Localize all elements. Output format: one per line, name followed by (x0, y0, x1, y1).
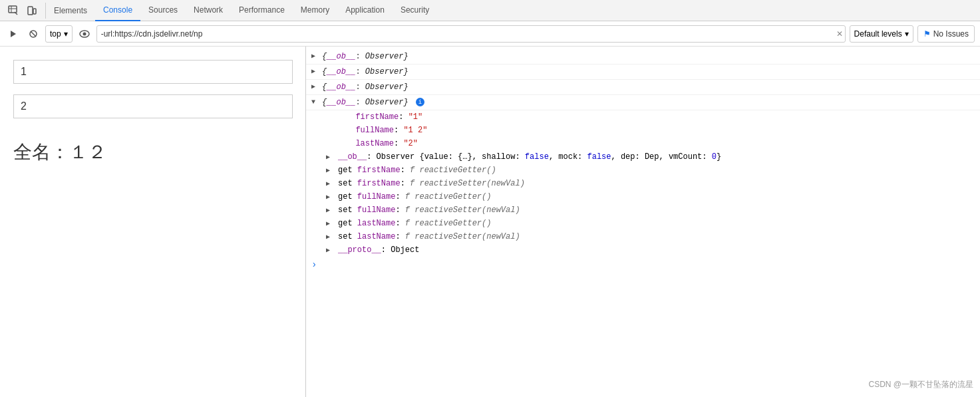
chevron-down-icon: ▾ (905, 29, 909, 39)
console-toolbar: top ▾ ✕ Default levels ▾ ⚑ No Issues (0, 21, 980, 47)
prompt-arrow-icon: › (311, 259, 317, 270)
expand-arrow-1[interactable]: ▶ (311, 51, 315, 63)
sub-entry-get-lastname[interactable]: ▶ get lastName: f reactiveGetter() (306, 217, 980, 230)
firstname-input[interactable] (13, 60, 293, 84)
devtools-icon-group (0, 3, 46, 19)
expand-arrow-4[interactable]: ▼ (311, 96, 315, 108)
context-dropdown[interactable]: top ▾ (45, 25, 73, 43)
inspect-icon[interactable] (5, 3, 21, 19)
levels-dropdown[interactable]: Default levels ▾ (850, 25, 913, 43)
sub-entry-ob[interactable]: ▶ __ob__: Observer {value: {…}, shallow:… (306, 150, 980, 164)
expand-sub-set-full[interactable]: ▶ (326, 205, 330, 217)
svg-line-7 (31, 31, 36, 37)
main-area: 全名：１２ ▶ {__ob__: Observer} ▶ {__ob__: Ob… (0, 47, 980, 397)
expand-arrow-2[interactable]: ▶ (311, 66, 315, 78)
tab-performance[interactable]: Performance (231, 0, 293, 21)
eye-button[interactable] (77, 26, 92, 42)
console-prompt[interactable]: › (306, 257, 980, 273)
filter-input-wrap: ✕ (96, 25, 846, 43)
expand-sub-get-full[interactable]: ▶ (326, 192, 330, 203)
expand-sub-get-fn[interactable]: ▶ (326, 165, 330, 177)
fullname-label: 全名：１２ (13, 140, 292, 165)
sub-entry-get-fullname[interactable]: ▶ get fullName: f reactiveGetter() (306, 190, 980, 203)
filter-clear-button[interactable]: ✕ (836, 29, 843, 39)
no-issues-label: No Issues (933, 29, 969, 39)
chevron-down-icon: ▾ (64, 29, 68, 39)
svg-marker-5 (11, 31, 16, 37)
console-entry-3[interactable]: ▶ {__ob__: Observer} (306, 80, 980, 95)
svg-rect-4 (33, 9, 36, 14)
svg-rect-0 (9, 6, 17, 13)
sub-entry-get-firstname[interactable]: ▶ get firstName: f reactiveGetter() (306, 164, 980, 177)
expand-arrow-3[interactable]: ▶ (311, 81, 315, 93)
flag-icon: ⚑ (923, 29, 931, 39)
sub-entry-set-firstname[interactable]: ▶ set firstName: f reactiveSetter(newVal… (306, 177, 980, 190)
info-icon: i (416, 98, 424, 106)
device-icon[interactable] (24, 3, 40, 19)
execute-script-button[interactable] (5, 26, 21, 42)
expand-sub-get-ln[interactable]: ▶ (326, 218, 330, 230)
console-entry-2[interactable]: ▶ {__ob__: Observer} (306, 65, 980, 80)
console-entry-1[interactable]: ▶ {__ob__: Observer} (306, 49, 980, 65)
tab-memory[interactable]: Memory (293, 0, 337, 21)
tab-network[interactable]: Network (186, 0, 231, 21)
expand-sub-set-ln[interactable]: ▶ (326, 231, 330, 243)
lastname-input[interactable] (13, 94, 293, 118)
sub-entry-proto[interactable]: ▶ __proto__: Object (306, 243, 980, 257)
left-panel: 全名：１２ (0, 47, 306, 397)
devtools-tab-bar: Elements Console Sources Network Perform… (0, 0, 980, 21)
tab-security[interactable]: Security (393, 0, 437, 21)
watermark: CSDN @一颗不甘坠落的流星 (868, 379, 973, 390)
expand-sub-ob[interactable]: ▶ (326, 152, 330, 164)
console-entry-4[interactable]: ▼ {__ob__: Observer} i (306, 95, 980, 110)
context-label: top (50, 29, 61, 39)
filter-input[interactable] (96, 25, 846, 43)
sub-entry-set-lastname[interactable]: ▶ set lastName: f reactiveSetter(newVal) (306, 230, 980, 243)
expand-sub-proto[interactable]: ▶ (326, 245, 330, 257)
svg-rect-3 (28, 7, 33, 15)
svg-point-9 (82, 32, 86, 35)
levels-label: Default levels (854, 29, 902, 39)
tab-console[interactable]: Console (95, 0, 140, 21)
tab-sources[interactable]: Sources (140, 0, 186, 21)
no-issues-button[interactable]: ⚑ No Issues (917, 25, 975, 43)
sub-entry-set-fullname[interactable]: ▶ set fullName: f reactiveSetter(newVal) (306, 203, 980, 217)
prop-fullname: fullName: "1 2" (306, 124, 980, 137)
clear-console-button[interactable] (25, 26, 41, 42)
tab-elements[interactable]: Elements (46, 0, 95, 21)
tab-application[interactable]: Application (337, 0, 393, 21)
prop-lastname: lastName: "2" (306, 137, 980, 150)
expand-sub-set-fn[interactable]: ▶ (326, 178, 330, 190)
prop-firstname: firstName: "1" (306, 110, 980, 124)
console-panel[interactable]: ▶ {__ob__: Observer} ▶ {__ob__: Observer… (306, 47, 980, 397)
